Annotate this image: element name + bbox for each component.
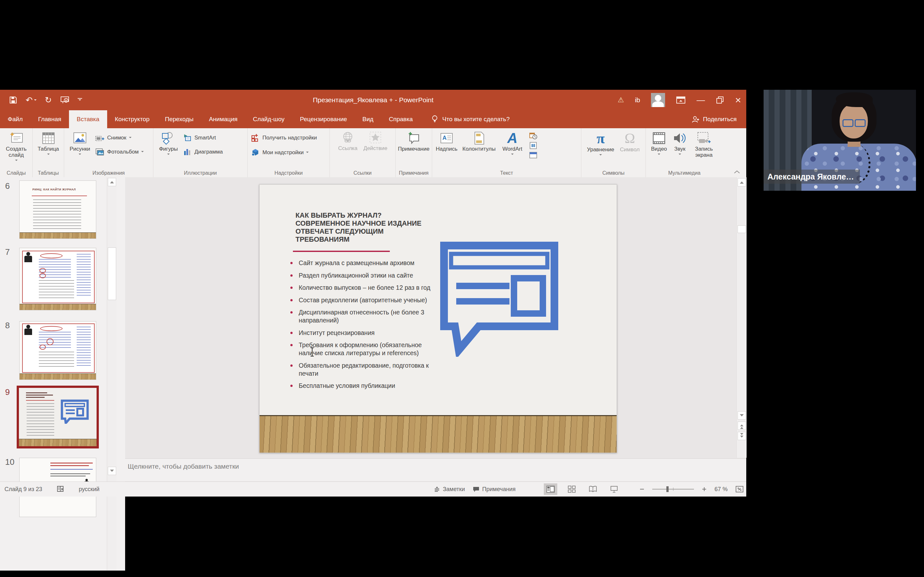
slideshow-view-button[interactable] bbox=[607, 484, 621, 495]
screen-recording-button[interactable]: Запись экрана bbox=[691, 131, 717, 158]
equation-button[interactable]: π Уравнение bbox=[586, 131, 615, 157]
get-addins-button[interactable]: Получить надстройки bbox=[251, 133, 317, 143]
equation-pi-icon: π bbox=[596, 131, 604, 145]
normal-view-icon bbox=[546, 486, 555, 493]
start-slideshow-button[interactable] bbox=[60, 96, 69, 104]
redo-button[interactable]: ↻ bbox=[45, 96, 52, 104]
comments-toggle-icon bbox=[473, 486, 480, 492]
date-time-button[interactable] bbox=[529, 132, 537, 140]
restore-button[interactable] bbox=[716, 96, 724, 104]
object-button[interactable] bbox=[529, 151, 537, 159]
close-button[interactable]: × bbox=[735, 95, 741, 105]
wordart-button[interactable]: A WordArt bbox=[500, 131, 525, 156]
slide-body-textbox[interactable]: Сайт журнала с размещенным архивом Разде… bbox=[288, 259, 433, 394]
comment-button[interactable]: Примечание bbox=[398, 131, 429, 152]
fit-slide-to-window-button[interactable] bbox=[735, 485, 744, 493]
share-button[interactable]: Поделиться bbox=[691, 110, 737, 128]
thumbnail-scroll-down-button[interactable] bbox=[108, 467, 116, 475]
collapse-ribbon-button[interactable] bbox=[733, 169, 740, 174]
slide-title-line: КАК ВЫБРАТЬ ЖУРНАЛ? bbox=[296, 211, 430, 219]
header-footer-icon bbox=[473, 131, 485, 145]
editor-scrollbar-thumb[interactable] bbox=[738, 226, 746, 233]
slideshow-from-start-icon bbox=[60, 96, 69, 104]
zoom-out-button[interactable] bbox=[640, 487, 645, 492]
save-button[interactable] bbox=[9, 96, 17, 104]
spellcheck-icon[interactable] bbox=[56, 485, 65, 493]
previous-slide-button[interactable] bbox=[738, 422, 746, 430]
header-footer-button[interactable]: Колонтитулы bbox=[462, 131, 496, 152]
tab-file[interactable]: Файл bbox=[0, 110, 31, 128]
thumbnail-scrollbar-thumb[interactable] bbox=[108, 247, 116, 300]
tab-slideshow[interactable]: Слайд-шоу bbox=[245, 110, 292, 128]
ribbon-display-options-icon[interactable] bbox=[676, 96, 686, 104]
tab-transitions[interactable]: Переходы bbox=[157, 110, 201, 128]
bullet-item: Требования к оформлению (обязательное на… bbox=[288, 341, 433, 357]
link-button[interactable]: Ссылка bbox=[337, 131, 359, 151]
thumbnail-scroll-up-button[interactable] bbox=[108, 178, 116, 186]
audio-button[interactable]: Звук bbox=[671, 131, 689, 156]
pictures-button[interactable]: Рисунки bbox=[67, 131, 92, 156]
action-button[interactable]: Действие bbox=[363, 131, 388, 151]
warning-icon[interactable]: ⚠ bbox=[618, 97, 624, 103]
video-button[interactable]: Видео bbox=[649, 131, 669, 156]
shapes-button[interactable]: Фигуры bbox=[157, 131, 180, 156]
notes-pane[interactable]: Щелкните, чтобы добавить заметки bbox=[125, 458, 746, 481]
editor-scroll-up-button[interactable] bbox=[738, 178, 746, 187]
undo-button[interactable]: ↶ bbox=[26, 96, 37, 104]
my-addins-button[interactable]: Мои надстройки bbox=[251, 147, 317, 158]
slide-graphic-journal-bubble-icon[interactable] bbox=[438, 240, 562, 357]
tab-review[interactable]: Рецензирование bbox=[292, 110, 355, 128]
slide-thumbnail-7[interactable] bbox=[19, 248, 96, 310]
table-caret bbox=[47, 153, 50, 156]
tab-home[interactable]: Главная bbox=[31, 110, 69, 128]
notes-placeholder[interactable]: Щелкните, чтобы добавить заметки bbox=[128, 463, 746, 470]
account-initials[interactable]: ib bbox=[635, 96, 640, 104]
table-button[interactable]: Таблица bbox=[36, 131, 61, 156]
normal-view-button[interactable] bbox=[544, 484, 557, 495]
tab-design[interactable]: Конструктор bbox=[107, 110, 157, 128]
textbox-button[interactable]: A Надпись bbox=[435, 131, 458, 152]
slide-number-button[interactable] bbox=[529, 142, 537, 149]
smartart-button[interactable]: SmartArt bbox=[183, 133, 223, 143]
tab-insert[interactable]: Вставка bbox=[69, 110, 107, 128]
chart-button[interactable]: Диаграмма bbox=[183, 147, 223, 157]
tell-me-label: Что вы хотите сделать? bbox=[442, 116, 509, 123]
action-star-icon bbox=[368, 131, 382, 144]
customize-qat-icon bbox=[78, 98, 82, 99]
editor-scroll-down-button[interactable] bbox=[738, 411, 746, 420]
slide-thumbnail-6[interactable]: РИНЦ: КАК НАЙТИ ЖУРНАЛ bbox=[19, 181, 96, 239]
slide-canvas[interactable]: КАК ВЫБРАТЬ ЖУРНАЛ? СОВРЕМЕННОЕ НАУЧНОЕ … bbox=[259, 184, 617, 453]
slide-title-textbox[interactable]: КАК ВЫБРАТЬ ЖУРНАЛ? СОВРЕМЕННОЕ НАУЧНОЕ … bbox=[296, 211, 430, 243]
slide-thumbnail-8[interactable] bbox=[19, 321, 96, 380]
svg-text:A: A bbox=[443, 135, 447, 141]
tell-me-box[interactable]: Что вы хотите сделать? bbox=[431, 110, 509, 128]
zoom-level[interactable]: 67 % bbox=[714, 486, 728, 493]
new-slide-button[interactable]: Создать слайд bbox=[3, 131, 29, 162]
slide-title-line: ОТВЕЧАЕТ СЛЕДУЮЩИМ bbox=[296, 227, 430, 235]
tab-view[interactable]: Вид bbox=[355, 110, 381, 128]
editor-scrollbar[interactable] bbox=[736, 177, 746, 458]
tab-help[interactable]: Справка bbox=[381, 110, 421, 128]
customize-qat-button[interactable] bbox=[78, 98, 82, 102]
zoom-slider[interactable] bbox=[652, 489, 694, 490]
comment-icon bbox=[407, 131, 421, 145]
slide-sorter-view-button[interactable] bbox=[565, 484, 578, 495]
language-indicator[interactable]: русский bbox=[79, 486, 99, 493]
next-slide-button[interactable] bbox=[738, 432, 746, 440]
photo-album-button[interactable]: Фотоальбом bbox=[95, 147, 144, 157]
account-avatar[interactable] bbox=[651, 93, 665, 107]
notes-toggle[interactable]: Заметки bbox=[434, 486, 465, 493]
slide-thumbnail-9-selected[interactable] bbox=[17, 386, 99, 448]
symbol-button[interactable]: Ω Символ bbox=[619, 131, 641, 153]
photo-album-icon bbox=[95, 148, 105, 156]
thumbnail-scrollbar[interactable] bbox=[107, 177, 116, 571]
comments-toggle[interactable]: Примечания bbox=[473, 486, 515, 493]
screenshot-button[interactable]: Снимок bbox=[95, 133, 144, 143]
smartart-label: SmartArt bbox=[194, 135, 216, 141]
zoom-in-button[interactable] bbox=[702, 487, 707, 492]
zoom-slider-thumb[interactable] bbox=[666, 486, 669, 492]
reading-view-button[interactable] bbox=[586, 484, 599, 495]
undo-dropdown-caret[interactable] bbox=[34, 99, 37, 102]
minimize-button[interactable]: — bbox=[696, 96, 705, 104]
tab-animations[interactable]: Анимация bbox=[201, 110, 245, 128]
